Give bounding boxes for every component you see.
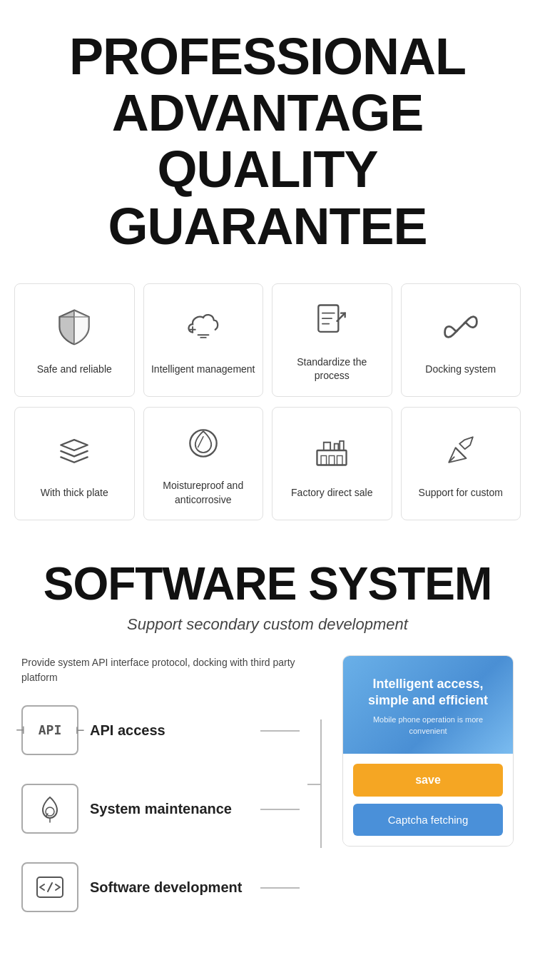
svg-line-10	[198, 437, 203, 448]
feature-label-support-custom: Support for custom	[419, 486, 503, 500]
feature-label-factory-direct: Factory direct sale	[291, 486, 372, 500]
svg-rect-15	[330, 455, 335, 465]
feature-label-intelligent-management: Intelligent management	[151, 363, 255, 377]
header-section: PROFESSIONAL ADVANTAGE QUALITY GUARANTEE	[0, 0, 535, 276]
svg-rect-12	[335, 443, 339, 450]
feature-label-standardize-process: Standardize the process	[278, 355, 386, 383]
leaf-drop-icon	[183, 423, 223, 469]
panel-sub-text: Mobile phone operation is more convenien…	[357, 714, 499, 737]
feature-intelligent-management: Intelligent management	[143, 283, 264, 397]
features-grid-row1: Safe and reliable Intelligent management	[14, 283, 521, 397]
feature-label-safe-reliable: Safe and reliable	[37, 363, 112, 377]
software-item-api: ⊣ API ⊢ API access	[21, 705, 300, 755]
panel-main-text: Intelligent access, simple and efficient	[357, 676, 499, 709]
api-text: API	[39, 722, 62, 737]
cloud-settings-icon	[183, 307, 223, 353]
feature-thick-plate: With thick plate	[14, 407, 135, 520]
title-line1: PROFESSIONAL	[69, 28, 466, 85]
code-icon	[21, 862, 78, 912]
software-title: SOFTWARE SYSTEM	[21, 559, 514, 609]
api-access-label: API access	[90, 721, 165, 739]
svg-rect-13	[340, 441, 344, 450]
api-right-bracket: ⊢	[76, 724, 84, 736]
vertical-line	[320, 719, 322, 848]
software-section: SOFTWARE SYSTEM Support secondary custom…	[0, 537, 535, 969]
feature-safe-reliable: Safe and reliable	[14, 283, 135, 397]
feature-factory-direct: Factory direct sale	[272, 407, 392, 520]
software-body: Provide system API interface protocol, d…	[21, 655, 514, 941]
svg-rect-14	[321, 455, 326, 465]
factory-icon	[312, 430, 352, 476]
svg-rect-16	[337, 455, 342, 465]
panel-button-area: save Captcha fetching	[343, 754, 513, 846]
dev-connector-line	[260, 887, 300, 889]
layers-icon	[54, 430, 94, 476]
feature-moistureproof: Moistureproof and anticorrosive	[143, 407, 264, 520]
link-icon	[441, 307, 481, 353]
feature-standardize-process: Standardize the process	[272, 283, 392, 397]
api-icon: ⊣ API ⊢	[21, 705, 78, 755]
bracket-connector	[314, 655, 328, 848]
svg-line-22	[48, 883, 52, 891]
maintenance-label: System maintenance	[90, 799, 232, 818]
software-item-dev: Software development	[21, 862, 300, 912]
api-connector-line	[260, 730, 300, 732]
features-grid-row2: With thick plate Moistureproof and antic…	[14, 407, 521, 520]
feature-docking-system: Docking system	[401, 283, 521, 397]
svg-line-8	[456, 322, 465, 331]
save-button[interactable]: save	[353, 764, 503, 797]
panel-top: Intelligent access, simple and efficient…	[343, 656, 513, 754]
feature-support-custom: Support for custom	[401, 407, 521, 520]
software-right-panel: Intelligent access, simple and efficient…	[342, 655, 514, 847]
dev-label: Software development	[90, 878, 242, 896]
features-section: Safe and reliable Intelligent management	[0, 276, 535, 537]
software-left-panel: Provide system API interface protocol, d…	[21, 655, 300, 941]
maintenance-connector-line	[260, 809, 300, 810]
software-item-maintenance: System maintenance	[21, 784, 300, 834]
api-left-bracket: ⊣	[16, 724, 24, 736]
maintenance-icon	[21, 784, 78, 834]
title-line2: ADVANTAGE	[112, 84, 423, 141]
software-subtitle: Support secondary custom development	[21, 615, 514, 634]
software-description: Provide system API interface protocol, d…	[21, 655, 300, 685]
feature-label-moistureproof: Moistureproof and anticorrosive	[150, 479, 258, 507]
pen-wrench-icon	[441, 430, 481, 476]
main-title: PROFESSIONAL ADVANTAGE QUALITY GUARANTEE	[14, 29, 521, 255]
center-horizontal	[307, 784, 322, 785]
document-arrow-icon	[312, 300, 352, 345]
feature-label-thick-plate: With thick plate	[41, 486, 108, 500]
shield-icon	[54, 307, 94, 353]
captcha-button[interactable]: Captcha fetching	[353, 804, 503, 836]
title-line3: QUALITY GUARANTEE	[108, 141, 427, 254]
feature-label-docking-system: Docking system	[425, 363, 496, 377]
